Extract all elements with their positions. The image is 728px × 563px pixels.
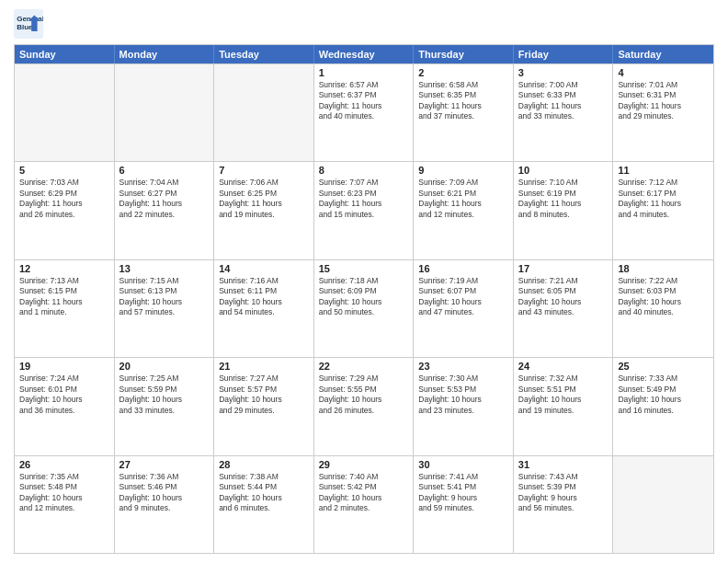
calendar-cell [214,64,314,161]
logo: General Blue [14,9,47,39]
cell-info: Sunrise: 7:29 AM Sunset: 5:55 PM Dayligh… [319,373,409,416]
calendar-cell: 12Sunrise: 7:13 AM Sunset: 6:15 PM Dayli… [15,260,115,357]
calendar-cell: 25Sunrise: 7:33 AM Sunset: 5:49 PM Dayli… [613,358,713,454]
calendar-cell: 26Sunrise: 7:35 AM Sunset: 5:48 PM Dayli… [15,456,115,553]
cell-info: Sunrise: 7:43 AM Sunset: 5:39 PM Dayligh… [518,472,609,514]
calendar-cell: 31Sunrise: 7:43 AM Sunset: 5:39 PM Dayli… [514,456,614,553]
cell-info: Sunrise: 7:16 AM Sunset: 6:11 PM Dayligh… [219,276,309,318]
cell-day-number: 11 [618,165,709,176]
cell-info: Sunrise: 7:15 AM Sunset: 6:13 PM Dayligh… [119,276,210,318]
calendar-cell: 10Sunrise: 7:10 AM Sunset: 6:19 PM Dayli… [514,162,614,259]
calendar-cell: 5Sunrise: 7:03 AM Sunset: 6:29 PM Daylig… [15,162,115,259]
cell-day-number: 6 [119,165,210,176]
header: General Blue [14,9,714,39]
cell-day-number: 31 [518,459,609,470]
calendar-cell: 19Sunrise: 7:24 AM Sunset: 6:01 PM Dayli… [15,358,115,454]
calendar-cell: 14Sunrise: 7:16 AM Sunset: 6:11 PM Dayli… [214,260,314,357]
day-header: Monday [115,45,215,63]
calendar-cell [115,64,215,161]
calendar-cell: 9Sunrise: 7:09 AM Sunset: 6:21 PM Daylig… [414,162,514,259]
calendar-cell: 17Sunrise: 7:21 AM Sunset: 6:05 PM Dayli… [514,260,614,357]
cell-info: Sunrise: 7:40 AM Sunset: 5:42 PM Dayligh… [319,472,409,514]
cell-day-number: 13 [119,263,210,274]
calendar-cell: 16Sunrise: 7:19 AM Sunset: 6:07 PM Dayli… [414,260,514,357]
calendar-cell: 20Sunrise: 7:25 AM Sunset: 5:59 PM Dayli… [115,358,215,454]
cell-info: Sunrise: 7:32 AM Sunset: 5:51 PM Dayligh… [518,373,609,416]
week-row: 19Sunrise: 7:24 AM Sunset: 6:01 PM Dayli… [15,357,713,454]
cell-day-number: 29 [319,459,409,470]
cell-day-number: 14 [219,263,309,274]
week-row: 26Sunrise: 7:35 AM Sunset: 5:48 PM Dayli… [15,455,713,553]
cell-info: Sunrise: 7:06 AM Sunset: 6:25 PM Dayligh… [219,178,309,220]
calendar-cell: 22Sunrise: 7:29 AM Sunset: 5:55 PM Dayli… [314,358,415,454]
day-header: Wednesday [314,45,415,63]
day-header: Saturday [613,45,713,63]
cell-info: Sunrise: 7:12 AM Sunset: 6:17 PM Dayligh… [618,178,709,220]
cell-day-number: 3 [518,67,609,78]
cell-info: Sunrise: 7:10 AM Sunset: 6:19 PM Dayligh… [518,178,609,220]
cell-info: Sunrise: 6:57 AM Sunset: 6:37 PM Dayligh… [319,80,409,122]
calendar: SundayMondayTuesdayWednesdayThursdayFrid… [14,44,714,554]
cell-info: Sunrise: 7:07 AM Sunset: 6:23 PM Dayligh… [319,178,409,220]
cell-day-number: 1 [319,67,409,78]
cell-info: Sunrise: 7:21 AM Sunset: 6:05 PM Dayligh… [518,276,609,318]
cell-day-number: 7 [219,165,309,176]
week-row: 5Sunrise: 7:03 AM Sunset: 6:29 PM Daylig… [15,161,713,259]
cell-day-number: 5 [19,165,109,176]
cell-info: Sunrise: 7:33 AM Sunset: 5:49 PM Dayligh… [618,373,709,416]
cell-info: Sunrise: 7:35 AM Sunset: 5:48 PM Dayligh… [19,472,109,514]
calendar-cell: 27Sunrise: 7:36 AM Sunset: 5:46 PM Dayli… [115,456,215,553]
calendar-cell: 11Sunrise: 7:12 AM Sunset: 6:17 PM Dayli… [613,162,713,259]
cell-info: Sunrise: 7:19 AM Sunset: 6:07 PM Dayligh… [418,276,508,318]
cell-info: Sunrise: 7:18 AM Sunset: 6:09 PM Dayligh… [319,276,409,318]
week-row: 1Sunrise: 6:57 AM Sunset: 6:37 PM Daylig… [15,63,713,161]
cell-info: Sunrise: 7:36 AM Sunset: 5:46 PM Dayligh… [119,472,210,514]
cell-info: Sunrise: 7:41 AM Sunset: 5:41 PM Dayligh… [418,472,508,514]
cell-day-number: 12 [19,263,109,274]
day-headers-row: SundayMondayTuesdayWednesdayThursdayFrid… [15,45,713,63]
calendar-cell: 7Sunrise: 7:06 AM Sunset: 6:25 PM Daylig… [214,162,314,259]
calendar-cell [15,64,115,161]
cell-info: Sunrise: 7:00 AM Sunset: 6:33 PM Dayligh… [518,80,609,122]
calendar-cell [613,456,713,553]
calendar-cell: 18Sunrise: 7:22 AM Sunset: 6:03 PM Dayli… [613,260,713,357]
logo-icon: General Blue [14,9,43,39]
cell-day-number: 2 [418,67,508,78]
cell-info: Sunrise: 7:04 AM Sunset: 6:27 PM Dayligh… [119,178,210,220]
cell-day-number: 25 [618,361,709,372]
cell-info: Sunrise: 7:01 AM Sunset: 6:31 PM Dayligh… [618,80,709,122]
weeks-container: 1Sunrise: 6:57 AM Sunset: 6:37 PM Daylig… [15,63,713,553]
day-header: Friday [514,45,614,63]
cell-info: Sunrise: 7:27 AM Sunset: 5:57 PM Dayligh… [219,373,309,416]
calendar-cell: 30Sunrise: 7:41 AM Sunset: 5:41 PM Dayli… [414,456,514,553]
calendar-cell: 24Sunrise: 7:32 AM Sunset: 5:51 PM Dayli… [514,358,614,454]
cell-day-number: 18 [618,263,709,274]
cell-day-number: 30 [418,459,508,470]
cell-info: Sunrise: 7:25 AM Sunset: 5:59 PM Dayligh… [119,373,210,416]
calendar-cell: 23Sunrise: 7:30 AM Sunset: 5:53 PM Dayli… [414,358,514,454]
cell-day-number: 26 [19,459,109,470]
cell-info: Sunrise: 7:13 AM Sunset: 6:15 PM Dayligh… [19,276,109,318]
cell-info: Sunrise: 7:03 AM Sunset: 6:29 PM Dayligh… [19,178,109,220]
svg-text:Blue: Blue [17,23,33,31]
cell-day-number: 15 [319,263,409,274]
day-header: Tuesday [214,45,314,63]
cell-day-number: 22 [319,361,409,372]
cell-day-number: 24 [518,361,609,372]
cell-info: Sunrise: 6:58 AM Sunset: 6:35 PM Dayligh… [418,80,508,122]
cell-info: Sunrise: 7:09 AM Sunset: 6:21 PM Dayligh… [418,178,508,220]
cell-info: Sunrise: 7:24 AM Sunset: 6:01 PM Dayligh… [19,373,109,416]
calendar-cell: 21Sunrise: 7:27 AM Sunset: 5:57 PM Dayli… [214,358,314,454]
week-row: 12Sunrise: 7:13 AM Sunset: 6:15 PM Dayli… [15,259,713,357]
calendar-cell: 29Sunrise: 7:40 AM Sunset: 5:42 PM Dayli… [314,456,415,553]
cell-day-number: 9 [418,165,508,176]
calendar-cell: 1Sunrise: 6:57 AM Sunset: 6:37 PM Daylig… [314,64,415,161]
cell-day-number: 20 [119,361,210,372]
calendar-cell: 15Sunrise: 7:18 AM Sunset: 6:09 PM Dayli… [314,260,415,357]
cell-day-number: 23 [418,361,508,372]
calendar-cell: 13Sunrise: 7:15 AM Sunset: 6:13 PM Dayli… [115,260,215,357]
calendar-cell: 8Sunrise: 7:07 AM Sunset: 6:23 PM Daylig… [314,162,415,259]
calendar-cell: 2Sunrise: 6:58 AM Sunset: 6:35 PM Daylig… [414,64,514,161]
cell-day-number: 21 [219,361,309,372]
cell-info: Sunrise: 7:30 AM Sunset: 5:53 PM Dayligh… [418,373,508,416]
